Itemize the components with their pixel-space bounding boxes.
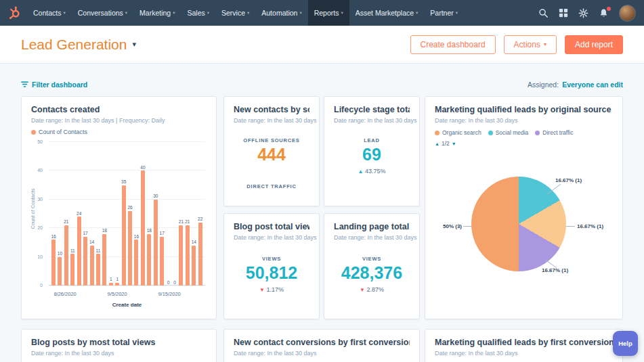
nav-utilities xyxy=(538,5,636,22)
bar: 17 xyxy=(159,142,165,286)
bar-rect xyxy=(154,200,158,286)
legend-swatch xyxy=(535,131,540,135)
bar-rect xyxy=(147,234,151,286)
bar-value-label: 11 xyxy=(70,249,75,254)
nav-item-service[interactable]: Service▾ xyxy=(215,0,255,26)
user-avatar[interactable] xyxy=(619,5,636,22)
assigned-permission-link[interactable]: Everyone can edit xyxy=(562,81,623,89)
bar-value-label: 0 xyxy=(167,281,170,286)
bar-rect xyxy=(192,246,196,286)
bar-value-label: 21 xyxy=(185,220,190,225)
metric-value: 444 xyxy=(234,146,309,163)
bar-value-label: 1 xyxy=(116,277,119,282)
x-axis-title: Create date xyxy=(49,302,205,308)
bar-rect xyxy=(64,225,68,286)
bar-value-label: 11 xyxy=(96,249,101,254)
bar-value-label: 16 xyxy=(51,235,56,240)
search-icon[interactable] xyxy=(538,8,549,18)
bar-rect xyxy=(58,257,62,286)
create-dashboard-button[interactable]: Create dashboard xyxy=(410,35,496,54)
x-tick-label: 9/5/2020 xyxy=(107,291,127,297)
help-button[interactable]: Help xyxy=(613,331,638,356)
nav-item-reports[interactable]: Reports▾ xyxy=(308,0,349,26)
hubspot-logo-icon[interactable] xyxy=(8,6,22,20)
metric-label: DIRECT TRAFFIC xyxy=(234,183,309,189)
card-meta: Date range: In the last 30 days xyxy=(234,117,309,124)
report-card-blog-post-total-views: Blog post total views a... Date range: I… xyxy=(223,213,320,319)
bar-value-label: 26 xyxy=(127,206,132,210)
settings-gear-icon[interactable] xyxy=(578,8,588,18)
nav-item-asset-marketplace[interactable]: Asset Marketplace▾ xyxy=(349,0,425,26)
bar-value-label: 14 xyxy=(192,240,196,245)
chevron-down-icon: ▾ xyxy=(207,10,209,16)
delta-value: 1.17% xyxy=(266,286,284,293)
bar-value-label: 35 xyxy=(121,180,126,185)
nav-item-conversations[interactable]: Conversations▾ xyxy=(72,0,133,26)
chevron-down-icon: ▾ xyxy=(416,10,418,16)
bar-rect xyxy=(96,254,100,286)
legend-prev-button[interactable]: ▲ xyxy=(435,141,439,146)
report-card-lifecycle-stage-totals: Lifecycle stage totals Date range: In th… xyxy=(324,96,420,206)
nav-item-label: Conversations xyxy=(78,9,123,17)
metric-label: VIEWS xyxy=(234,256,309,262)
nav-item-label: Reports xyxy=(314,9,339,17)
card-title: Landing page total vie... xyxy=(334,222,410,232)
hubspot-dashboard-app: Contacts▾Conversations▾Marketing▾Sales▾S… xyxy=(0,0,644,362)
report-card-blog-posts-by-most-total-views: Blog posts by most total views Date rang… xyxy=(21,329,217,362)
nav-item-marketing[interactable]: Marketing▾ xyxy=(133,0,181,26)
title-dropdown-caret-icon[interactable]: ▾ xyxy=(132,40,136,49)
bar-rect xyxy=(102,234,106,286)
nav-item-sales[interactable]: Sales▾ xyxy=(181,0,215,26)
card-title: Blog posts by most total views xyxy=(31,338,207,348)
filter-dashboard-button[interactable]: Filter dashboard xyxy=(21,81,87,89)
nav-item-contacts[interactable]: Contacts▾ xyxy=(27,0,72,26)
chevron-down-icon: ▾ xyxy=(544,41,546,47)
bar-rect xyxy=(128,211,132,286)
bar-rect xyxy=(134,240,138,286)
bar: 26 xyxy=(127,142,133,286)
bar-rect xyxy=(186,225,190,286)
bar-value-label: 0 xyxy=(173,281,176,286)
notifications-bell-icon[interactable] xyxy=(599,8,609,18)
legend-item-organic-search[interactable]: Organic search xyxy=(435,129,481,136)
delta-down-icon: ▼ xyxy=(360,287,365,293)
chart-legend: Count of Contacts xyxy=(31,129,207,135)
actions-button[interactable]: Actions ▾ xyxy=(504,35,557,54)
bar-rect xyxy=(77,217,81,286)
delta-value: 43.75% xyxy=(365,168,386,175)
bar: 10 xyxy=(57,142,62,286)
bar: 14 xyxy=(89,142,95,286)
metric-label: VIEWS xyxy=(334,256,410,262)
bar: 21 xyxy=(178,142,184,286)
metric-value: 428,376 xyxy=(334,265,410,281)
card-meta: Date range: In the last 30 days | Freque… xyxy=(31,117,207,124)
bar-value-label: 1 xyxy=(110,277,112,282)
legend-next-button[interactable]: ▼ xyxy=(452,141,456,146)
main-nav: Contacts▾Conversations▾Marketing▾Sales▾S… xyxy=(27,0,464,26)
y-tick-label: 50 xyxy=(37,139,43,144)
bar-value-label: 40 xyxy=(140,166,145,171)
card-title: Marketing qualified leads by original so… xyxy=(435,105,613,115)
bar-value-label: 30 xyxy=(153,194,158,199)
contacts-created-bar-chart: Count of Contacts 01020304050 1610211124… xyxy=(31,138,207,310)
report-card-mql-by-original-source: Marketing qualified leads by original so… xyxy=(425,96,623,319)
nav-item-partner[interactable]: Partner▾ xyxy=(424,0,464,26)
bar-value-label: 22 xyxy=(198,217,202,222)
legend-item-direct-traffic[interactable]: Direct traffic xyxy=(535,129,573,136)
card-meta: Date range: In the last 30 days xyxy=(31,350,207,357)
card-title: New contacts by source xyxy=(234,105,309,115)
bar-value-label: 18 xyxy=(102,229,107,233)
y-tick-label: 40 xyxy=(37,168,43,173)
bar: 1 xyxy=(108,142,114,286)
marketplace-grid-icon[interactable] xyxy=(559,8,568,18)
legend-item-social-media[interactable]: Social media xyxy=(488,129,529,136)
bar-rect xyxy=(109,283,113,286)
nav-item-label: Asset Marketplace xyxy=(356,9,414,17)
nav-item-automation[interactable]: Automation▾ xyxy=(255,0,307,26)
add-report-button[interactable]: Add report xyxy=(565,35,623,54)
pie-callout-line xyxy=(463,226,471,227)
y-tick-label: 20 xyxy=(37,225,43,230)
notification-badge xyxy=(605,5,612,12)
card-title: Marketing qualified leads by first conve… xyxy=(435,338,613,348)
card-title: Lifecycle stage totals xyxy=(334,105,410,115)
